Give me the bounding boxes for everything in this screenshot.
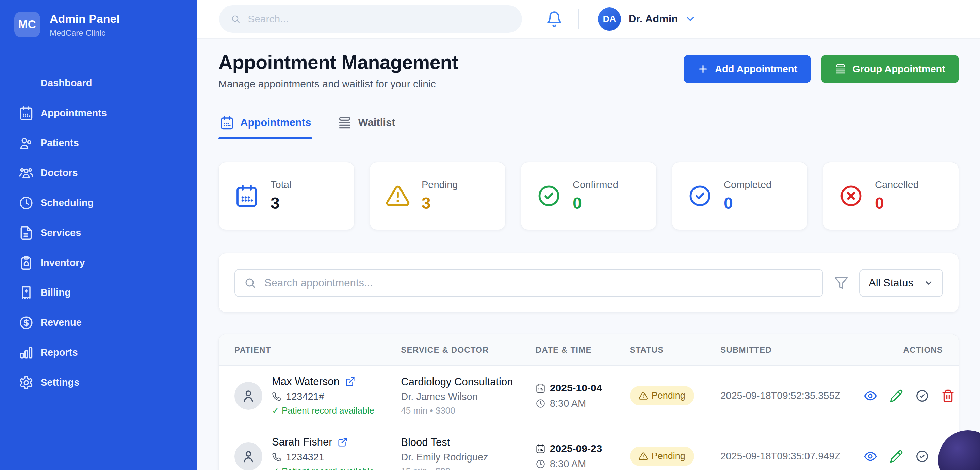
dollar-circle-icon: [19, 315, 34, 330]
sidebar-item-inventory[interactable]: Inventory: [0, 248, 197, 278]
chevron-down-icon: [924, 278, 933, 288]
eye-icon: [864, 449, 877, 463]
service-cell: Blood Test Dr. Emily Rodriguez 15 min • …: [401, 436, 536, 470]
clock-icon: [536, 459, 546, 469]
phone-icon: [272, 453, 281, 462]
stat-value: 3: [270, 194, 291, 213]
main-content: Appointment Management Manage appointmen…: [197, 39, 980, 470]
confirm-button[interactable]: [915, 449, 929, 463]
service-meta: 45 min • $300: [401, 405, 536, 416]
page-subtitle: Manage appointments and waitlist for you…: [218, 78, 458, 90]
clipboard-icon: [19, 256, 34, 270]
edit-button[interactable]: [889, 449, 903, 463]
bar-chart-icon: [19, 345, 34, 360]
global-search-input[interactable]: [248, 13, 511, 25]
calendar-icon: [234, 184, 259, 208]
table-header-row: Patient Service & Doctor Date & Time Sta…: [219, 334, 959, 365]
col-header-patient: Patient: [234, 345, 401, 355]
users-icon: [19, 136, 34, 151]
sidebar-item-settings[interactable]: Settings: [0, 368, 197, 398]
appointment-date: 2025-10-04: [550, 382, 602, 394]
stat-label: Confirmed: [573, 179, 618, 191]
patient-cell: Max Waterson 123421# ✓ Patient record av…: [234, 375, 401, 416]
service-meta: 15 min • $80: [401, 466, 536, 470]
user-name[interactable]: Dr. Admin: [628, 13, 678, 25]
stat-value: 0: [875, 194, 919, 213]
external-link-icon[interactable]: [345, 376, 355, 387]
col-header-date-time: Date & Time: [536, 345, 630, 355]
col-header-status: Status: [630, 345, 721, 355]
sidebar-item-doctors[interactable]: Doctors: [0, 158, 197, 188]
check-circle-icon: [537, 184, 561, 208]
appointments-search[interactable]: [234, 269, 823, 297]
global-search[interactable]: [219, 5, 522, 33]
check-circle-icon: [688, 184, 712, 208]
stat-card-confirmed: Confirmed 0: [520, 162, 657, 230]
clock-icon: [19, 195, 34, 211]
stat-value: 0: [573, 194, 618, 213]
status-badge: Pending: [630, 386, 694, 405]
table-row: Sarah Fisher 1234321 ✓ Patient record av…: [219, 426, 959, 470]
sidebar-item-services[interactable]: Services: [0, 218, 197, 248]
delete-button[interactable]: [941, 389, 955, 403]
patient-cell: Sarah Fisher 1234321 ✓ Patient record av…: [234, 436, 401, 470]
confirm-button[interactable]: [915, 389, 929, 403]
patient-name: Max Waterson: [272, 375, 340, 388]
stat-cards: Total 3 Pending 3 Confirmed 0: [218, 162, 959, 230]
search-icon: [231, 14, 240, 24]
patient-record-note: ✓ Patient record available: [272, 405, 374, 416]
brand: MC Admin Panel MedCare Clinic: [0, 11, 197, 38]
doctor-name: Dr. Emily Rodriguez: [401, 452, 536, 463]
stat-value: 3: [422, 194, 458, 213]
sidebar-item-reports[interactable]: Reports: [0, 338, 197, 368]
plus-icon: [697, 63, 709, 75]
add-appointment-button[interactable]: Add Appointment: [684, 55, 811, 83]
sidebar-item-revenue[interactable]: Revenue: [0, 308, 197, 338]
tab-bar: Appointments Waitlist: [218, 112, 959, 140]
user-menu-chevron-down-icon[interactable]: [685, 13, 696, 25]
view-button[interactable]: [864, 389, 877, 403]
col-header-submitted: Submitted: [721, 345, 864, 355]
sidebar-item-appointments[interactable]: Appointments: [0, 98, 197, 128]
user-avatar[interactable]: DA: [598, 8, 621, 30]
table-row: Max Waterson 123421# ✓ Patient record av…: [219, 365, 959, 426]
filter-funnel-icon[interactable]: [834, 276, 848, 290]
sidebar: MC Admin Panel MedCare Clinic Dashboard …: [0, 0, 197, 470]
notifications-bell-icon[interactable]: [546, 11, 563, 27]
group-appointment-button[interactable]: Group Appointment: [821, 55, 959, 83]
appointments-search-input[interactable]: [256, 277, 822, 289]
service-name: Cardiology Consultation: [401, 376, 536, 388]
sidebar-item-patients[interactable]: Patients: [0, 128, 197, 158]
sidebar-item-dashboard[interactable]: Dashboard: [0, 68, 197, 98]
submitted-timestamp: 2025-09-18T09:52:35.355Z: [721, 390, 864, 401]
row-actions: [864, 389, 955, 403]
submitted-timestamp: 2025-09-18T09:35:07.949Z: [721, 451, 864, 462]
user-icon: [241, 388, 256, 403]
sidebar-item-billing[interactable]: Billing: [0, 278, 197, 308]
status-filter-select[interactable]: All Status: [859, 269, 943, 297]
phone-icon: [272, 392, 281, 401]
eye-icon: [864, 389, 877, 403]
tab-waitlist[interactable]: Waitlist: [336, 112, 396, 139]
pencil-icon: [889, 449, 903, 463]
external-link-icon[interactable]: [337, 437, 348, 447]
header-actions: Add Appointment Group Appointment: [684, 55, 959, 83]
calendar-icon: [220, 116, 234, 130]
calendar-icon: [536, 383, 546, 393]
stat-label: Pending: [422, 179, 458, 191]
topbar-divider: [579, 9, 579, 29]
sidebar-item-scheduling[interactable]: Scheduling: [0, 188, 197, 218]
page-header: Appointment Management Manage appointmen…: [218, 51, 959, 90]
trash-icon: [941, 389, 955, 403]
stat-label: Cancelled: [875, 179, 919, 191]
tab-appointments[interactable]: Appointments: [218, 112, 312, 139]
datetime-cell: 2025-10-04 8:30 AM: [536, 382, 630, 409]
view-button[interactable]: [864, 449, 877, 463]
sidebar-nav: Dashboard Appointments Patients Doctors …: [0, 68, 197, 398]
status-badge: Pending: [630, 446, 694, 466]
appointment-date: 2025-09-23: [550, 443, 602, 454]
status-cell: Pending: [630, 446, 721, 466]
clinic-name: MedCare Clinic: [50, 28, 120, 38]
edit-button[interactable]: [889, 389, 903, 403]
user-icon: [241, 449, 256, 464]
